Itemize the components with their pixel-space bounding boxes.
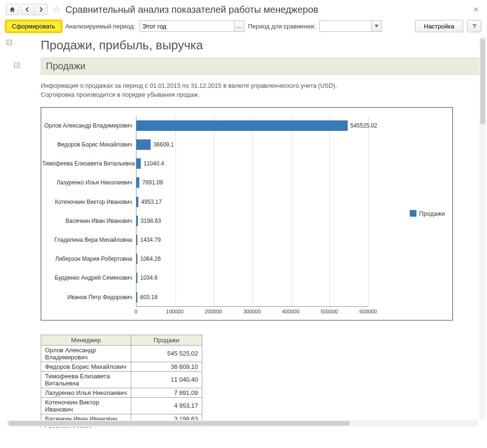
chart-bar-value: 1034.8	[140, 274, 158, 281]
table-header-manager: Менеджер	[41, 335, 131, 345]
chart-category-label: Котеночкин Виктор Иванович	[42, 199, 132, 205]
chart-bar: 7891.09	[136, 177, 163, 188]
chart-category-label: Бурденко Андрей Семенович	[42, 274, 132, 281]
desc-line-2: Сортировка производится в порядке убыван…	[41, 91, 199, 98]
cell-manager: Федоров Борис Михайлович	[41, 362, 131, 371]
compare-period-input[interactable]	[319, 20, 371, 32]
x-tick: 500000	[321, 309, 338, 314]
x-tick: 300000	[244, 309, 261, 314]
chart-bar: 3198.63	[136, 216, 161, 226]
chart-legend: Продажи	[410, 210, 445, 217]
table-row[interactable]: Тимофеева Елизавета Витальевна11 040,40	[41, 371, 202, 388]
sales-table: Менеджер Продажи Орлов Александр Владими…	[41, 335, 202, 428]
chart-bar: 36609.1	[136, 139, 174, 150]
horizontal-scrollbar[interactable]	[7, 420, 478, 427]
table-row[interactable]: Орлов Александр Владимирович545 525,02	[41, 345, 202, 362]
collapse-handle-root[interactable]: −	[7, 40, 12, 45]
chart-bar-value: 11040.4	[144, 160, 164, 167]
table-row[interactable]: Котеночкин Виктор Иванович4 953,17	[41, 397, 202, 414]
compare-period-dropdown[interactable]	[371, 20, 382, 32]
chart-bar-value: 3198.63	[141, 218, 161, 224]
chart-category-label: Либерзон Мария Робертовна	[42, 256, 132, 262]
report-heading: Продажи, прибыль, выручка	[41, 38, 480, 53]
table-row[interactable]: Лазуренко Илья Николаевич7 891,09	[41, 388, 202, 397]
favorite-star-icon[interactable]: ☆	[52, 4, 61, 15]
period-input[interactable]	[139, 20, 234, 32]
x-tick: 400000	[282, 309, 299, 314]
vertical-scrollbar[interactable]	[479, 37, 486, 419]
chart-bar-value: 7891.09	[142, 179, 162, 186]
cell-sales: 36 609,10	[131, 362, 202, 371]
collapse-handle-section[interactable]: −	[14, 63, 19, 68]
help-button[interactable]: ?	[467, 20, 481, 32]
chart-bar: 603.18	[136, 292, 158, 302]
chart-bar-value: 4953.17	[141, 199, 162, 205]
period-picker-button[interactable]: …	[234, 20, 244, 32]
chart-category-label: Васечкин Иван Иванович	[42, 218, 132, 224]
back-button[interactable]	[21, 4, 34, 15]
chart-bar: 11040.4	[136, 158, 164, 169]
chart-category-label: Иванов Петр Федорович	[42, 294, 132, 301]
desc-line-1: Информация о продажах за период с 01.01.…	[41, 82, 337, 89]
page-title: Сравнительный анализ показателей работы …	[65, 4, 318, 15]
cell-manager: Лазуренко Илья Николаевич	[41, 388, 131, 397]
sales-chart: 545525.0236609.111040.47891.094953.17319…	[41, 107, 453, 320]
titlebar: ☆ Сравнительный анализ показателей работ…	[0, 0, 487, 17]
section-description: Информация о продажах за период с 01.01.…	[41, 82, 480, 100]
chart-bar-value: 36609.1	[153, 141, 174, 148]
chart-bar: 1034.8	[136, 273, 158, 283]
cell-sales: 11 040,40	[131, 371, 202, 388]
cell-sales: 7 891,09	[131, 388, 202, 397]
chart-bar-value: 1064.26	[140, 256, 161, 262]
chart-bar: 4953.17	[136, 197, 162, 207]
close-button[interactable]: ×	[470, 5, 481, 15]
chart-category-label: Тимофеева Елизавета Витальевна	[42, 160, 132, 167]
report-area: − − Продажи, прибыль, выручка Продажи Ин…	[0, 37, 487, 428]
chart-bar-value: 545525.02	[351, 122, 378, 129]
chart-category-label: Федоров Борис Михайлович	[42, 141, 132, 148]
compare-period-label: Период для сравнения:	[248, 23, 316, 30]
settings-button[interactable]: Настройка	[415, 20, 463, 32]
chart-bar-value: 1434.79	[140, 237, 161, 243]
x-tick: 0	[135, 309, 137, 314]
x-tick: 200000	[205, 309, 222, 314]
chart-bar: 1434.79	[136, 235, 161, 245]
chart-category-label: Орлов Александр Владимирович	[42, 122, 132, 129]
x-tick: 100000	[166, 309, 183, 314]
legend-swatch	[410, 210, 416, 217]
generate-button[interactable]: Сформировать	[6, 20, 62, 32]
home-button[interactable]	[6, 4, 19, 15]
chart-bar-value: 603.18	[140, 294, 158, 301]
cell-manager: Тимофеева Елизавета Витальевна	[41, 371, 131, 388]
section-heading: Продажи	[41, 57, 480, 75]
period-label: Анализируемый период:	[65, 23, 135, 30]
table-row[interactable]: Федоров Борис Михайлович36 609,10	[41, 362, 202, 371]
chart-bar: 1064.26	[136, 254, 161, 264]
cell-sales: 545 525,02	[131, 345, 202, 362]
cell-manager: Котеночкин Виктор Иванович	[41, 397, 131, 414]
forward-button[interactable]	[34, 4, 47, 15]
cell-manager: Орлов Александр Владимирович	[41, 345, 131, 362]
chart-bar: 545525.02	[136, 120, 377, 131]
cell-sales: 4 953,17	[131, 397, 202, 414]
chart-category-label: Гладилина Вера Михайловна	[42, 237, 132, 243]
chart-category-label: Лазуренко Илья Николаевич	[42, 179, 132, 186]
table-header-sales: Продажи	[131, 335, 202, 345]
legend-label: Продажи	[419, 210, 445, 217]
x-tick: 600000	[360, 309, 377, 314]
toolbar: Сформировать Анализируемый период: … Пер…	[0, 17, 487, 37]
